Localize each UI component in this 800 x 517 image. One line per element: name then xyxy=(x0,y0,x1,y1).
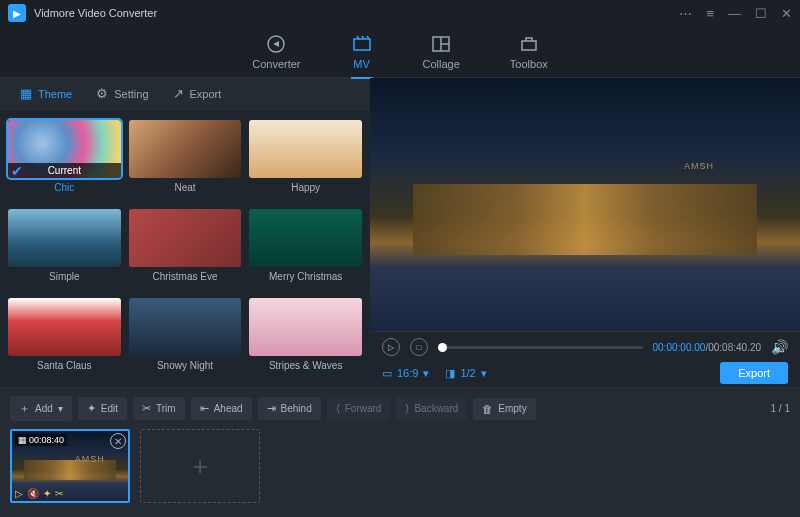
minimize-icon[interactable]: — xyxy=(728,6,741,21)
close-icon[interactable]: ✕ xyxy=(781,6,792,21)
move-end-icon: ⇥ xyxy=(267,402,276,415)
page-indicator: 1 / 1 xyxy=(771,403,790,414)
forward-icon: ⟨ xyxy=(336,402,340,415)
theme-icon: ▦ xyxy=(20,86,32,101)
theme-name: Stripes & Waves xyxy=(269,360,343,371)
theme-thumbnail xyxy=(249,120,362,178)
theme-item-happy[interactable]: Happy xyxy=(249,120,362,199)
theme-name: Merry Christmas xyxy=(269,271,342,282)
theme-item-christmas-eve[interactable]: Christmas Eve xyxy=(129,209,242,288)
export-icon: ↗ xyxy=(173,86,184,101)
subtab-export[interactable]: ↗ Export xyxy=(163,82,232,105)
remove-clip-button[interactable]: ✕ xyxy=(110,433,126,449)
collage-icon xyxy=(430,33,452,55)
theme-thumbnail xyxy=(249,209,362,267)
volume-icon[interactable]: 🔊 xyxy=(771,339,788,355)
time-display: 00:00:00.00/00:08:40.20 xyxy=(653,342,761,353)
chevron-down-icon: ▾ xyxy=(58,403,63,414)
theme-item-chic[interactable]: Current ✔ Chic xyxy=(8,120,121,199)
mv-icon xyxy=(351,33,373,55)
trash-icon: 🗑 xyxy=(482,403,493,415)
current-badge: Current xyxy=(8,163,121,178)
timeline-clip[interactable]: ▦00:08:40 ✕ ▷ 🔇 ✦ ✂ xyxy=(10,429,130,503)
film-icon: ▦ xyxy=(18,435,27,445)
nav-collage[interactable]: Collage xyxy=(423,33,460,70)
video-preview[interactable] xyxy=(370,78,800,331)
preview-frame xyxy=(370,78,800,331)
move-start-icon: ⇤ xyxy=(200,402,209,415)
aspect-icon: ▭ xyxy=(382,367,392,380)
aspect-ratio-select[interactable]: ▭ 16:9 ▾ xyxy=(382,367,429,380)
wand-icon: ✦ xyxy=(87,402,96,415)
theme-item-merry-christmas[interactable]: Merry Christmas xyxy=(249,209,362,288)
plus-icon: ＋ xyxy=(19,401,30,416)
scissors-icon: ✂ xyxy=(142,402,151,415)
main-nav: Converter MV Collage Toolbox xyxy=(0,26,800,78)
theme-name: Happy xyxy=(291,182,320,193)
menu-icon[interactable]: ≡ xyxy=(706,6,714,21)
theme-item-neat[interactable]: Neat xyxy=(129,120,242,199)
check-icon: ✔ xyxy=(11,163,23,178)
chevron-down-icon: ▾ xyxy=(481,367,487,380)
nav-mv[interactable]: MV xyxy=(351,33,373,70)
subtab-label: Theme xyxy=(38,88,72,100)
theme-thumbnail xyxy=(129,298,242,356)
theme-name: Chic xyxy=(54,182,74,193)
theme-thumbnail: Current ✔ xyxy=(8,120,121,178)
backward-button[interactable]: ⟩Backward xyxy=(396,397,467,420)
theme-thumbnail xyxy=(8,209,121,267)
clip-play-icon[interactable]: ▷ xyxy=(15,488,23,499)
seek-bar[interactable] xyxy=(438,346,643,349)
theme-name: Santa Claus xyxy=(37,360,91,371)
theme-item-simple[interactable]: Simple xyxy=(8,209,121,288)
theme-item-stripes-waves[interactable]: Stripes & Waves xyxy=(249,298,362,377)
add-button[interactable]: ＋Add▾ xyxy=(10,396,72,421)
theme-item-santa-claus[interactable]: Santa Claus xyxy=(8,298,121,377)
nav-toolbox[interactable]: Toolbox xyxy=(510,33,548,70)
theme-thumbnail xyxy=(8,298,121,356)
subtab-setting[interactable]: ⚙ Setting xyxy=(86,82,158,105)
nav-label: MV xyxy=(353,58,370,70)
toolbox-icon xyxy=(518,33,540,55)
maximize-icon[interactable]: ☐ xyxy=(755,6,767,21)
theme-name: Neat xyxy=(174,182,195,193)
forward-button[interactable]: ⟨Forward xyxy=(327,397,391,420)
clip-trim-icon[interactable]: ✂ xyxy=(55,488,63,499)
nav-label: Converter xyxy=(252,58,300,70)
chevron-down-icon: ▾ xyxy=(423,367,429,380)
svg-rect-5 xyxy=(522,41,536,50)
app-title: Vidmore Video Converter xyxy=(34,7,157,19)
backward-icon: ⟩ xyxy=(405,402,409,415)
add-clip-button[interactable]: + xyxy=(140,429,260,503)
nav-label: Toolbox xyxy=(510,58,548,70)
app-logo: ▶ xyxy=(8,4,26,22)
nav-converter[interactable]: Converter xyxy=(252,33,300,70)
seek-handle[interactable] xyxy=(438,343,447,352)
aspect-value: 16:9 xyxy=(397,367,418,379)
theme-name: Snowy Night xyxy=(157,360,213,371)
empty-button[interactable]: 🗑Empty xyxy=(473,398,535,420)
split-icon: ◨ xyxy=(445,367,455,380)
trim-button[interactable]: ✂Trim xyxy=(133,397,185,420)
export-button[interactable]: Export xyxy=(720,362,788,384)
ahead-button[interactable]: ⇤Ahead xyxy=(191,397,252,420)
theme-item-snowy-night[interactable]: Snowy Night xyxy=(129,298,242,377)
edit-button[interactable]: ✦Edit xyxy=(78,397,127,420)
clip-edit-icon[interactable]: ✦ xyxy=(43,488,51,499)
clip-mute-icon[interactable]: 🔇 xyxy=(27,488,39,499)
feedback-icon[interactable]: ⋯ xyxy=(679,6,692,21)
theme-thumbnail xyxy=(249,298,362,356)
gear-icon: ⚙ xyxy=(96,86,108,101)
clip-duration: ▦00:08:40 xyxy=(15,434,67,446)
behind-button[interactable]: ⇥Behind xyxy=(258,397,321,420)
subtab-label: Setting xyxy=(114,88,148,100)
plus-icon: + xyxy=(192,451,207,482)
theme-thumbnail xyxy=(129,209,242,267)
subtab-label: Export xyxy=(190,88,222,100)
play-button[interactable]: ▷ xyxy=(382,338,400,356)
svg-rect-1 xyxy=(354,39,370,50)
subtab-theme[interactable]: ▦ Theme xyxy=(10,82,82,105)
split-select[interactable]: ◨ 1/2 ▾ xyxy=(445,367,486,380)
converter-icon xyxy=(265,33,287,55)
stop-button[interactable]: □ xyxy=(410,338,428,356)
